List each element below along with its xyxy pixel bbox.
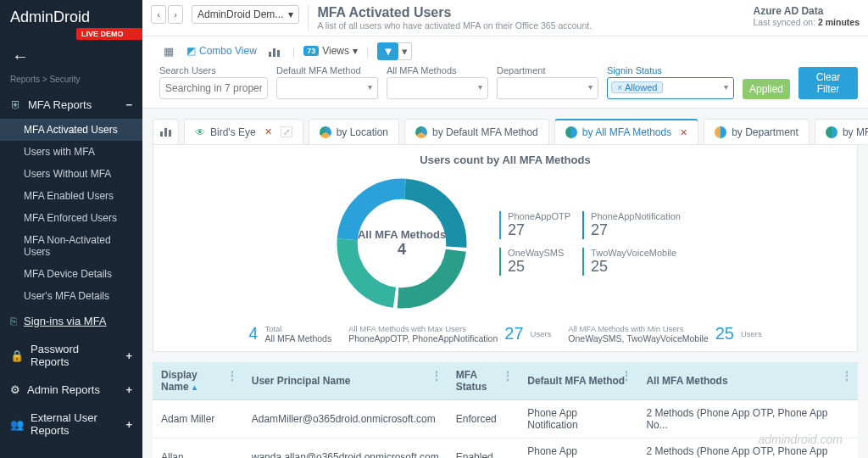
- sidebar: AdminDroid LIVE DEMO ← Reports > Securit…: [0, 0, 142, 458]
- tenant-name: AdminDroid Dem...: [198, 8, 283, 20]
- sidebar-section[interactable]: 🔒Password Reports+: [0, 335, 142, 376]
- column-menu-icon[interactable]: ⋮: [431, 369, 442, 383]
- expand-icon: +: [125, 418, 132, 431]
- collapse-icon: −: [125, 98, 132, 111]
- sidebar-breadcrumb: Reports > Security: [0, 75, 142, 91]
- column-header[interactable]: All MFA Methods⋮: [637, 362, 858, 400]
- column-menu-icon[interactable]: ⋮: [841, 369, 853, 383]
- back-arrow-icon[interactable]: ←: [0, 40, 142, 75]
- table-row[interactable]: Allanwanda.allan@o365droid.onmicrosoft.c…: [153, 438, 858, 458]
- expand-icon: +: [125, 383, 132, 396]
- sidebar-item[interactable]: MFA Device Details: [0, 263, 142, 285]
- applied-button[interactable]: Applied: [743, 79, 790, 99]
- column-menu-icon[interactable]: ⋮: [502, 369, 514, 383]
- sidebar-item[interactable]: User's MFA Details: [0, 285, 142, 307]
- donut-icon: [320, 126, 331, 138]
- column-header[interactable]: MFA Status⋮: [448, 362, 520, 400]
- signin-status-label: Signin Status: [607, 65, 734, 75]
- sync-status: Azure AD Data Last synced on: 2 minutes: [754, 5, 860, 27]
- signin-status-select[interactable]: Allowed: [607, 77, 734, 99]
- tenant-selector[interactable]: AdminDroid Dem... ▾: [192, 5, 299, 24]
- table-cell: Phone App Notification: [519, 438, 637, 458]
- chart-tab[interactable]: by MFA Status: [815, 119, 868, 144]
- live-demo-badge: LIVE DEMO: [76, 28, 142, 40]
- chart-only-icon[interactable]: [265, 42, 284, 60]
- filter-button[interactable]: ▼: [377, 42, 398, 60]
- brand: AdminDroid: [0, 0, 142, 30]
- donut-chart: All MFA Methods 4: [330, 171, 474, 316]
- bars-icon: [160, 125, 171, 137]
- filter-dropdown[interactable]: ▾: [398, 42, 412, 60]
- chart-summary: 4 TotalAll MFA Methods All MFA Methods w…: [170, 324, 840, 344]
- column-header[interactable]: Display Name▴⋮: [153, 362, 243, 400]
- table-cell: 2 Methods (Phone App OTP, Phone App No..…: [637, 399, 858, 438]
- sidebar-item[interactable]: Users with MFA: [0, 141, 142, 163]
- chart-tab[interactable]: by All MFA Methods✕: [554, 119, 698, 144]
- main: ‹ › AdminDroid Dem... ▾ MFA Activated Us…: [142, 0, 868, 458]
- nav-back-button[interactable]: ‹: [151, 5, 166, 24]
- expand-icon: +: [125, 349, 132, 362]
- pie-icon: [826, 126, 837, 138]
- chart-tab[interactable]: by Location: [309, 119, 399, 144]
- brand-name: AdminDroid: [10, 8, 90, 25]
- table-cell: wanda.allan@o365droid.onmicrosoft.com: [243, 438, 448, 458]
- link-icon: ⎘: [10, 315, 17, 327]
- tab-bars-icon[interactable]: [153, 119, 179, 144]
- filter-select[interactable]: [497, 77, 598, 99]
- column-menu-icon[interactable]: ⋮: [620, 369, 632, 383]
- chart-tab[interactable]: 👁Bird's Eye✕⤢: [184, 119, 303, 144]
- nav-forward-button[interactable]: ›: [168, 5, 183, 24]
- clear-filter-button[interactable]: Clear Filter: [798, 67, 858, 99]
- sidebar-item[interactable]: MFA Enabled Users: [0, 185, 142, 207]
- views-dropdown[interactable]: 73 Views ▾: [303, 45, 358, 57]
- toolbar: ▦ ◩ Combo View | 73 Views ▾ | ▼: [142, 36, 868, 109]
- sidebar-item[interactable]: Users Without MFA: [0, 163, 142, 185]
- filter-select[interactable]: [276, 77, 378, 99]
- page-title: MFA Activated Users: [317, 5, 592, 20]
- close-icon[interactable]: ✕: [264, 126, 272, 137]
- close-icon[interactable]: ✕: [680, 127, 687, 138]
- section-icon: 🔒: [10, 349, 24, 362]
- table-view-icon[interactable]: ▦: [159, 42, 178, 60]
- views-count-badge: 73: [303, 46, 319, 56]
- column-header[interactable]: Default MFA Method⋮: [519, 362, 637, 400]
- sidebar-section-mfa-reports[interactable]: ⛨ MFA Reports −: [0, 91, 142, 119]
- chart-tab[interactable]: by Department: [704, 119, 810, 144]
- views-label: Views: [322, 45, 349, 57]
- chart-tab[interactable]: by Default MFA Method: [404, 119, 549, 144]
- sidebar-section[interactable]: 👥External User Reports+: [0, 404, 142, 444]
- combo-view-button[interactable]: ◩ Combo View: [186, 45, 257, 57]
- signin-status-tag[interactable]: Allowed: [611, 81, 663, 93]
- search-input[interactable]: [159, 77, 268, 99]
- sync-title: Azure AD Data: [754, 5, 860, 17]
- funnel-icon: ▼: [382, 45, 393, 58]
- eye-icon: 👁: [195, 126, 205, 138]
- sidebar-item[interactable]: MFA Non-Activated Users: [0, 229, 142, 263]
- chart-legend: PhoneAppOTP27PhoneAppNotification27OneWa…: [499, 211, 681, 276]
- donut-icon: [715, 126, 726, 138]
- column-menu-icon[interactable]: ⋮: [226, 369, 238, 383]
- table-cell: Enabled: [448, 438, 520, 458]
- sidebar-item-signins-mfa[interactable]: ⎘ Sign-ins via MFA: [0, 307, 142, 335]
- table-cell: AdamMiller@o365droid.onmicrosoft.com: [243, 399, 448, 438]
- summary-min-value: 25: [715, 324, 734, 344]
- legend-item: PhoneAppOTP27: [499, 211, 570, 239]
- donut-icon: [415, 126, 427, 138]
- filter-label: All MFA Methods: [387, 65, 488, 75]
- expand-icon[interactable]: ⤢: [281, 126, 292, 137]
- sidebar-section[interactable]: ⚙Admin Reports+: [0, 376, 142, 404]
- chevron-down-icon: ▾: [288, 8, 293, 20]
- filter-label: Default MFA Method: [276, 65, 378, 75]
- sidebar-item[interactable]: MFA Enforced Users: [0, 207, 142, 229]
- table-cell: Allan: [153, 438, 243, 458]
- page-subtitle: A list of all users who have activated M…: [317, 20, 592, 31]
- table-cell: 2 Methods (Phone App OTP, Phone App No..…: [637, 438, 858, 458]
- sync-prefix: Last synced on:: [754, 17, 818, 27]
- table-row[interactable]: Adam MillerAdamMiller@o365droid.onmicros…: [153, 399, 858, 438]
- combo-label: Combo View: [199, 45, 257, 57]
- filter-select[interactable]: [387, 77, 488, 99]
- chart-icon: ◩: [186, 45, 196, 57]
- column-header[interactable]: User Principal Name⋮: [243, 362, 448, 400]
- sidebar-item[interactable]: MFA Activated Users: [0, 119, 142, 141]
- legend-item: PhoneAppNotification27: [582, 211, 681, 239]
